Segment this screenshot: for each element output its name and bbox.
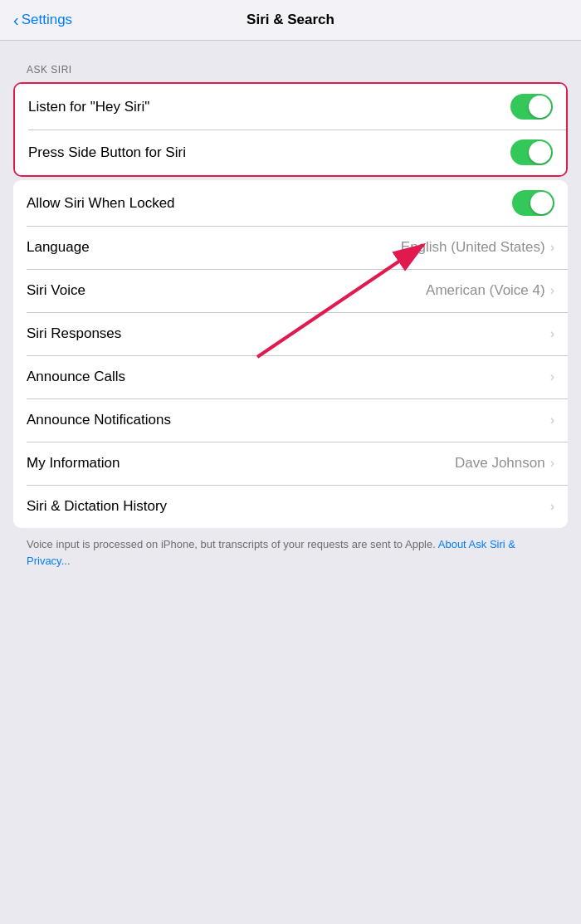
language-value: English (United States) [401,239,545,256]
siri-dictation-history-item[interactable]: Siri & Dictation History › [13,485,568,528]
my-information-value: Dave Johnson [455,455,545,472]
allow-locked-label: Allow Siri When Locked [27,195,175,212]
language-right: English (United States) › [401,239,554,256]
press-side-button-toggle[interactable] [510,139,553,165]
announce-notifications-item[interactable]: Announce Notifications › [13,398,568,442]
ask-siri-highlighted-group: Listen for "Hey Siri" Press Side Button … [13,82,568,177]
allow-locked-toggle[interactable] [512,190,554,216]
siri-dictation-history-label: Siri & Dictation History [27,498,167,515]
back-button[interactable]: ‹ Settings [13,12,72,28]
back-chevron-icon: ‹ [13,12,19,28]
allow-locked-item[interactable]: Allow Siri When Locked [13,180,568,226]
language-item[interactable]: Language English (United States) › [13,226,568,269]
press-side-button-item[interactable]: Press Side Button for Siri [15,130,566,175]
page-title: Siri & Search [247,12,334,28]
language-chevron-icon: › [550,240,554,255]
my-information-right: Dave Johnson › [455,455,554,472]
ask-siri-section-label: ASK SIRI [0,64,581,82]
announce-calls-chevron-icon: › [550,369,554,384]
announce-calls-label: Announce Calls [27,369,125,385]
language-label: Language [27,239,90,256]
siri-dictation-history-right: › [550,499,554,514]
announce-notifications-right: › [550,413,554,428]
siri-responses-item[interactable]: Siri Responses › [13,312,568,355]
announce-notifications-label: Announce Notifications [27,412,171,428]
main-settings-group: Allow Siri When Locked Language English … [13,180,568,528]
siri-voice-chevron-icon: › [550,283,554,298]
siri-voice-right: American (Voice 4) › [426,282,554,299]
back-label: Settings [22,12,72,28]
allow-locked-toggle-knob [530,192,553,214]
footer-note: Voice input is processed on iPhone, but … [0,528,581,569]
siri-responses-chevron-icon: › [550,326,554,341]
announce-calls-right: › [550,369,554,384]
siri-dictation-history-chevron-icon: › [550,499,554,514]
footer-text: Voice input is processed on iPhone, but … [27,538,438,550]
my-information-chevron-icon: › [550,456,554,471]
hey-siri-item[interactable]: Listen for "Hey Siri" [15,84,566,130]
hey-siri-label: Listen for "Hey Siri" [28,99,149,115]
siri-responses-label: Siri Responses [27,325,121,342]
press-side-button-label: Press Side Button for Siri [28,144,186,161]
my-information-item[interactable]: My Information Dave Johnson › [13,442,568,485]
siri-voice-item[interactable]: Siri Voice American (Voice 4) › [13,269,568,312]
settings-content: ASK SIRI Listen for "Hey Siri" Press Sid… [0,41,581,585]
navigation-bar: ‹ Settings Siri & Search [0,0,581,41]
press-side-button-toggle-knob [529,141,551,164]
siri-voice-label: Siri Voice [27,282,85,299]
siri-voice-value: American (Voice 4) [426,282,545,299]
my-information-label: My Information [27,455,120,472]
announce-calls-item[interactable]: Announce Calls › [13,355,568,398]
hey-siri-toggle[interactable] [510,94,553,120]
announce-notifications-chevron-icon: › [550,413,554,428]
hey-siri-toggle-knob [529,95,551,118]
siri-responses-right: › [550,326,554,341]
